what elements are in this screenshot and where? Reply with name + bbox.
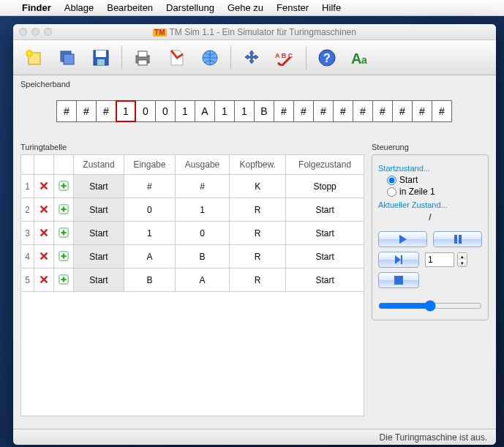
tape-cell[interactable]: # (274, 100, 294, 122)
tape-cell[interactable]: # (56, 100, 77, 122)
svg-rect-3 (64, 54, 74, 64)
font-button[interactable]: Aa (346, 45, 375, 70)
stop-button[interactable] (378, 272, 419, 288)
move-cell[interactable]: R (230, 198, 286, 222)
pause-button[interactable] (433, 231, 482, 247)
move-cell[interactable]: R (230, 268, 286, 292)
nextstate-cell[interactable]: Start (286, 268, 364, 292)
move-cell[interactable]: R (230, 222, 286, 245)
stepper-down[interactable]: ▾ (458, 260, 467, 266)
delete-row-button[interactable] (34, 245, 54, 268)
minimize-window-button[interactable] (31, 28, 40, 36)
tape-cell[interactable]: # (96, 100, 116, 122)
add-icon (57, 249, 70, 263)
state-cell[interactable]: Start (74, 222, 124, 245)
delete-row-button[interactable] (34, 175, 54, 198)
input-cell[interactable]: 1 (124, 222, 176, 245)
state-cell[interactable]: Start (74, 198, 124, 222)
turing-table-section: Turingtabelle ZustandEingabeAusgabeKopfb… (20, 143, 364, 416)
move-button[interactable] (237, 45, 266, 70)
menu-gehezu[interactable]: Gehe zu (227, 2, 263, 13)
output-cell[interactable]: 1 (175, 198, 229, 222)
tape-cell[interactable]: # (353, 100, 373, 122)
save-button[interactable] (86, 45, 116, 70)
tape-cell[interactable]: # (372, 100, 393, 122)
speed-slider[interactable] (378, 300, 482, 312)
print-button[interactable] (128, 45, 157, 70)
move-cell[interactable]: K (230, 175, 286, 198)
input-cell[interactable]: # (124, 175, 176, 198)
open-button[interactable] (53, 45, 82, 70)
play-button[interactable] (378, 231, 427, 247)
output-cell[interactable]: A (175, 268, 229, 292)
zoom-window-button[interactable] (44, 28, 52, 36)
tape-cell[interactable]: # (76, 100, 97, 122)
tape-cell[interactable]: # (313, 100, 334, 122)
spellcheck-button[interactable]: A B C (271, 45, 300, 70)
menu-ablage[interactable]: Ablage (64, 2, 94, 13)
tape-cell[interactable]: # (333, 100, 353, 122)
tape-cell[interactable]: B (254, 100, 274, 122)
delete-row-button[interactable] (34, 198, 54, 222)
step-stepper[interactable]: ▴▾ (457, 252, 467, 267)
input-cell[interactable]: 0 (124, 198, 176, 222)
tape-cell[interactable]: 1 (116, 100, 136, 122)
add-icon (57, 226, 70, 239)
nextstate-cell[interactable]: Start (286, 245, 364, 268)
tape-cell[interactable]: 1 (234, 100, 255, 122)
radio-line1-input[interactable] (387, 187, 396, 197)
step-count-input[interactable] (425, 252, 454, 267)
delete-row-button[interactable] (34, 268, 54, 292)
input-cell[interactable]: A (124, 245, 176, 268)
stepper-up[interactable]: ▴ (458, 253, 467, 260)
delete-row-button[interactable] (34, 222, 54, 245)
state-cell[interactable]: Start (74, 268, 124, 292)
add-row-button[interactable] (54, 268, 74, 292)
nextstate-cell[interactable]: Start (286, 222, 364, 245)
output-cell[interactable]: 0 (175, 222, 229, 245)
radio-start[interactable]: Start (378, 174, 482, 186)
svg-rect-22 (459, 235, 462, 244)
step-button[interactable] (378, 252, 419, 268)
add-row-button[interactable] (54, 175, 74, 198)
currentstate-link[interactable]: Aktueller Zustand... (378, 200, 482, 209)
menu-fenster[interactable]: Fenster (277, 2, 309, 13)
tape-cell[interactable]: 1 (175, 100, 195, 122)
menu-bearbeiten[interactable]: Bearbeiten (107, 2, 153, 13)
row-number: 5 (21, 268, 34, 292)
help-button[interactable]: ? (312, 45, 342, 70)
nextstate-cell[interactable]: Stopp (286, 175, 364, 198)
radio-start-input[interactable] (387, 176, 396, 185)
web-button[interactable] (195, 45, 225, 70)
add-row-button[interactable] (54, 245, 74, 268)
svg-rect-6 (97, 59, 105, 65)
close-window-button[interactable] (19, 28, 27, 36)
pdf-export-button[interactable] (162, 45, 191, 70)
tape-cell[interactable]: # (392, 100, 413, 122)
svg-rect-21 (454, 235, 457, 244)
tape-cell[interactable]: 1 (214, 100, 235, 122)
new-button[interactable] (19, 45, 48, 70)
menu-finder[interactable]: Finder (22, 2, 51, 13)
menu-darstellung[interactable]: Darstellung (166, 2, 214, 13)
radio-line1[interactable]: in Zeile 1 (378, 186, 482, 198)
state-cell[interactable]: Start (74, 175, 124, 198)
startstate-link[interactable]: Startzustand... (378, 164, 482, 173)
tape-cell[interactable]: A (195, 100, 215, 122)
add-row-button[interactable] (54, 222, 74, 245)
tape-cell[interactable]: 0 (135, 100, 156, 122)
table-header: Folgezustand (286, 155, 364, 175)
move-cell[interactable]: R (230, 245, 286, 268)
tape-cell[interactable]: # (432, 100, 452, 122)
input-cell[interactable]: B (124, 268, 176, 292)
add-row-button[interactable] (54, 198, 74, 222)
tape-cell[interactable]: 0 (155, 100, 176, 122)
nextstate-cell[interactable]: Start (286, 198, 364, 222)
state-cell[interactable]: Start (74, 245, 124, 268)
output-cell[interactable]: # (175, 175, 229, 198)
tape-cell[interactable]: # (412, 100, 432, 122)
toolbar: A B C ? Aa (13, 40, 496, 75)
menu-hilfe[interactable]: Hilfe (322, 2, 341, 13)
output-cell[interactable]: B (175, 245, 229, 268)
tape-cell[interactable]: # (293, 100, 314, 122)
